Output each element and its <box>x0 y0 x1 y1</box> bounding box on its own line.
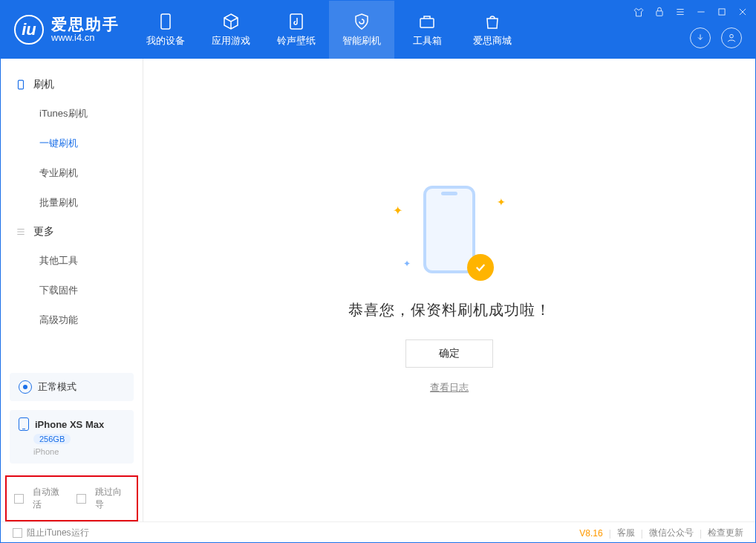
svg-point-3 <box>730 34 734 38</box>
sidebar-item-advanced[interactable]: 高级功能 <box>1 305 143 335</box>
mode-card[interactable]: 正常模式 <box>10 373 134 401</box>
header-right-icons <box>690 27 742 48</box>
nav-toolbox[interactable]: 工具箱 <box>394 1 460 59</box>
checkbox-auto-activate[interactable] <box>14 494 24 504</box>
sidebar-item-itunes[interactable]: iTunes刷机 <box>1 99 143 129</box>
checkbox-block-itunes[interactable] <box>13 528 22 538</box>
success-message: 恭喜您，保资料刷机成功啦！ <box>348 300 551 320</box>
shield-refresh-icon <box>353 13 371 30</box>
header: iu 爱思助手 www.i4.cn 我的设备 应用游戏 铃声壁纸 智能刷机 工具… <box>1 1 755 59</box>
svg-rect-0 <box>161 14 170 29</box>
device-capacity: 256GB <box>33 434 71 444</box>
auto-activate-label: 自动激活 <box>33 486 68 511</box>
user-button[interactable] <box>721 27 742 48</box>
sidebar: 刷机 iTunes刷机 一键刷机 专业刷机 批量刷机 更多 其他工具 下载固件 … <box>1 59 143 521</box>
update-link[interactable]: 检查更新 <box>708 527 743 539</box>
svg-rect-6 <box>19 80 24 89</box>
device-phone-icon <box>19 417 29 431</box>
svg-rect-4 <box>656 11 662 16</box>
body: 刷机 iTunes刷机 一键刷机 专业刷机 批量刷机 更多 其他工具 下载固件 … <box>1 59 755 521</box>
nav-label: 爱思商城 <box>473 34 512 48</box>
group-label: 刷机 <box>33 78 54 91</box>
nav-apps[interactable]: 应用游戏 <box>198 1 264 59</box>
nav-store[interactable]: 爱思商城 <box>460 1 525 59</box>
window-controls <box>632 5 749 19</box>
sidebar-item-firmware[interactable]: 下载固件 <box>1 276 143 305</box>
toolbox-icon <box>418 13 436 30</box>
logo-area: iu 爱思助手 www.i4.cn <box>1 1 133 59</box>
version-label: V8.16 <box>579 528 602 539</box>
sparkle-icon: ✦ <box>497 196 506 208</box>
close-button[interactable] <box>736 5 749 19</box>
sparkle-icon: ✦ <box>393 204 403 218</box>
nav-label: 工具箱 <box>413 34 442 48</box>
checkbox-skip-guide[interactable] <box>76 494 86 504</box>
footer: 阻止iTunes运行 V8.16 | 客服 | 微信公众号 | 检查更新 <box>1 521 755 543</box>
nav-label: 我的设备 <box>146 34 185 48</box>
nav-flash[interactable]: 智能刷机 <box>329 1 394 59</box>
menu-lines-icon <box>16 227 26 237</box>
block-itunes-label: 阻止iTunes运行 <box>27 527 89 539</box>
cube-icon <box>222 13 240 30</box>
sidebar-item-oneclick[interactable]: 一键刷机 <box>1 129 143 158</box>
ok-button[interactable]: 确定 <box>405 339 493 368</box>
menu-icon[interactable] <box>674 5 687 19</box>
nav-label: 智能刷机 <box>342 34 381 48</box>
phone-outline-icon <box>16 79 26 90</box>
highlighted-options: 自动激活 跳过向导 <box>5 475 138 521</box>
sidebar-group-flash: 刷机 <box>1 71 143 99</box>
view-log-link[interactable]: 查看日志 <box>430 381 469 394</box>
support-link[interactable]: 客服 <box>617 527 635 539</box>
wechat-link[interactable]: 微信公众号 <box>649 527 694 539</box>
music-file-icon <box>287 13 305 30</box>
success-illustration: ✦ ✦ ✦ <box>397 186 501 282</box>
lock-icon[interactable] <box>653 5 666 19</box>
sidebar-group-more: 更多 <box>1 218 143 246</box>
sidebar-item-pro[interactable]: 专业刷机 <box>1 158 143 188</box>
content-area: ✦ ✦ ✦ 恭喜您，保资料刷机成功啦！ 确定 查看日志 <box>143 59 755 521</box>
sparkle-icon: ✦ <box>403 259 411 269</box>
download-button[interactable] <box>690 27 711 48</box>
minimize-button[interactable] <box>694 5 708 19</box>
app-title: 爱思助手 <box>51 16 120 33</box>
device-name: iPhone XS Max <box>35 419 104 430</box>
logo-icon: iu <box>14 15 44 45</box>
nav-label: 应用游戏 <box>212 34 250 48</box>
svg-rect-2 <box>420 19 434 27</box>
app-subtitle: www.i4.cn <box>51 33 120 43</box>
nav-my-device[interactable]: 我的设备 <box>133 1 198 59</box>
shirt-icon[interactable] <box>632 5 645 19</box>
skip-guide-label: 跳过向导 <box>95 486 130 511</box>
group-label: 更多 <box>33 225 54 238</box>
device-card[interactable]: iPhone XS Max 256GB iPhone <box>10 410 134 464</box>
phone-illustration-icon <box>423 186 475 273</box>
device-type: iPhone <box>33 447 59 456</box>
svg-rect-1 <box>290 14 302 29</box>
svg-rect-5 <box>719 9 725 15</box>
nav-tabs: 我的设备 应用游戏 铃声壁纸 智能刷机 工具箱 爱思商城 <box>133 1 525 59</box>
maximize-button[interactable] <box>715 5 729 19</box>
sidebar-item-other[interactable]: 其他工具 <box>1 246 143 276</box>
sidebar-item-batch[interactable]: 批量刷机 <box>1 188 143 218</box>
check-badge-icon <box>467 254 494 281</box>
nav-ringtone[interactable]: 铃声壁纸 <box>264 1 329 59</box>
bag-icon <box>483 13 501 30</box>
phone-icon <box>157 13 175 30</box>
mode-icon <box>19 380 32 394</box>
nav-label: 铃声壁纸 <box>277 34 316 48</box>
mode-label: 正常模式 <box>38 380 76 394</box>
